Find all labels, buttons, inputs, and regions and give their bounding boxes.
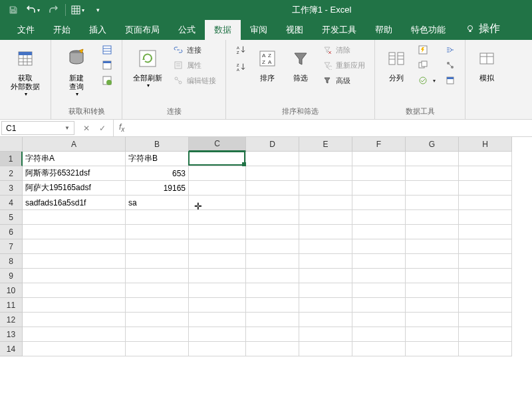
cell[interactable] bbox=[459, 327, 512, 342]
cell[interactable] bbox=[352, 239, 406, 254]
refresh-all-button[interactable]: 全部刷新 ▾ bbox=[129, 43, 166, 90]
name-box[interactable]: C1 ▼ bbox=[1, 121, 74, 135]
cell[interactable] bbox=[352, 283, 406, 298]
cell[interactable] bbox=[246, 181, 299, 196]
cell[interactable] bbox=[126, 210, 189, 225]
cell[interactable] bbox=[246, 269, 299, 283]
cell[interactable] bbox=[459, 152, 512, 166]
cell[interactable] bbox=[23, 254, 126, 269]
cell[interactable] bbox=[126, 327, 189, 342]
row-header[interactable]: 13 bbox=[0, 327, 23, 342]
cell[interactable] bbox=[459, 269, 512, 283]
cell[interactable]: sa bbox=[126, 196, 189, 210]
row-header[interactable]: 5 bbox=[0, 210, 23, 225]
tab-file[interactable]: 文件 bbox=[8, 20, 44, 40]
cell[interactable] bbox=[126, 239, 189, 254]
tab-insert[interactable]: 插入 bbox=[80, 20, 116, 40]
row-header[interactable]: 7 bbox=[0, 239, 23, 254]
cell[interactable] bbox=[299, 342, 352, 356]
tab-home[interactable]: 开始 bbox=[44, 20, 80, 40]
get-external-data-button[interactable]: 获取 外部数据 ▾ bbox=[7, 43, 44, 99]
cell[interactable] bbox=[246, 283, 299, 298]
cell[interactable] bbox=[126, 269, 189, 283]
cell[interactable] bbox=[406, 327, 459, 342]
column-header[interactable]: D bbox=[246, 137, 299, 152]
cell[interactable] bbox=[126, 342, 189, 356]
cell[interactable]: 19165 bbox=[126, 181, 189, 196]
cell[interactable] bbox=[352, 196, 406, 210]
cell[interactable] bbox=[23, 313, 126, 327]
cell[interactable] bbox=[406, 225, 459, 239]
cell[interactable] bbox=[189, 181, 246, 196]
column-header[interactable]: A bbox=[23, 137, 126, 152]
tab-data[interactable]: 数据 bbox=[205, 20, 241, 40]
cell[interactable] bbox=[406, 298, 459, 313]
cell[interactable] bbox=[23, 239, 126, 254]
cell[interactable] bbox=[299, 196, 352, 210]
column-header[interactable]: C bbox=[189, 137, 246, 152]
cell[interactable] bbox=[406, 196, 459, 210]
cell[interactable] bbox=[459, 254, 512, 269]
cell[interactable] bbox=[246, 166, 299, 181]
advanced-button[interactable]: 高级 bbox=[319, 73, 368, 88]
cell[interactable] bbox=[126, 283, 189, 298]
row-header[interactable]: 6 bbox=[0, 225, 23, 239]
cell[interactable] bbox=[246, 327, 299, 342]
formula-input[interactable] bbox=[130, 120, 532, 136]
text-to-columns-button[interactable]: 分列 bbox=[382, 43, 411, 84]
cell[interactable] bbox=[299, 166, 352, 181]
qat-customize-button[interactable]: ▾ bbox=[88, 2, 107, 18]
row-header[interactable]: 2 bbox=[0, 166, 23, 181]
cell[interactable] bbox=[189, 239, 246, 254]
cell[interactable] bbox=[299, 327, 352, 342]
undo-button[interactable]: ▾ bbox=[24, 2, 43, 18]
cell[interactable] bbox=[352, 254, 406, 269]
cell[interactable] bbox=[406, 152, 459, 166]
column-header[interactable]: G bbox=[406, 137, 459, 152]
cell[interactable] bbox=[246, 152, 299, 166]
tab-special[interactable]: 特色功能 bbox=[402, 20, 455, 40]
cell[interactable] bbox=[189, 166, 246, 181]
select-all-corner[interactable] bbox=[0, 137, 23, 152]
cell[interactable] bbox=[352, 225, 406, 239]
sort-button[interactable]: AZZA 排序 bbox=[253, 43, 282, 84]
row-header[interactable]: 8 bbox=[0, 254, 23, 269]
cell[interactable] bbox=[299, 313, 352, 327]
row-header[interactable]: 14 bbox=[0, 342, 23, 356]
new-query-button[interactable]: 新建 查询 ▾ bbox=[58, 43, 95, 99]
cell[interactable] bbox=[299, 254, 352, 269]
cell[interactable] bbox=[459, 196, 512, 210]
cell[interactable] bbox=[459, 283, 512, 298]
whatif-button[interactable]: 模拟 bbox=[472, 43, 501, 84]
manage-data-model-button[interactable] bbox=[442, 73, 458, 88]
from-table-button[interactable] bbox=[99, 58, 115, 72]
cell[interactable] bbox=[189, 269, 246, 283]
cell[interactable] bbox=[459, 313, 512, 327]
tab-formulas[interactable]: 公式 bbox=[169, 20, 205, 40]
column-header[interactable]: E bbox=[299, 137, 352, 152]
cell[interactable] bbox=[352, 269, 406, 283]
sort-asc-button[interactable]: AZ bbox=[233, 43, 249, 57]
cell[interactable]: sadfads16a5sd1f bbox=[23, 196, 126, 210]
cell[interactable] bbox=[23, 327, 126, 342]
cell[interactable] bbox=[189, 196, 246, 210]
cell[interactable] bbox=[299, 225, 352, 239]
cell[interactable] bbox=[126, 298, 189, 313]
cancel-formula-button[interactable]: ✕ bbox=[78, 124, 94, 133]
table-quick-button[interactable]: ▾ bbox=[68, 2, 87, 18]
cell[interactable] bbox=[459, 298, 512, 313]
cell[interactable] bbox=[406, 342, 459, 356]
cell[interactable] bbox=[189, 283, 246, 298]
column-header[interactable]: F bbox=[352, 137, 406, 152]
cell[interactable] bbox=[459, 210, 512, 225]
row-header[interactable]: 9 bbox=[0, 269, 23, 283]
cell[interactable] bbox=[406, 254, 459, 269]
tab-layout[interactable]: 页面布局 bbox=[116, 20, 169, 40]
cell[interactable] bbox=[246, 210, 299, 225]
cell[interactable] bbox=[246, 313, 299, 327]
cell[interactable] bbox=[299, 283, 352, 298]
row-header[interactable]: 3 bbox=[0, 181, 23, 196]
cell[interactable]: 阿斯蒂芬65321dsf bbox=[23, 166, 126, 181]
consolidate-button[interactable] bbox=[442, 43, 458, 57]
cell[interactable]: 字符串B bbox=[126, 152, 189, 166]
